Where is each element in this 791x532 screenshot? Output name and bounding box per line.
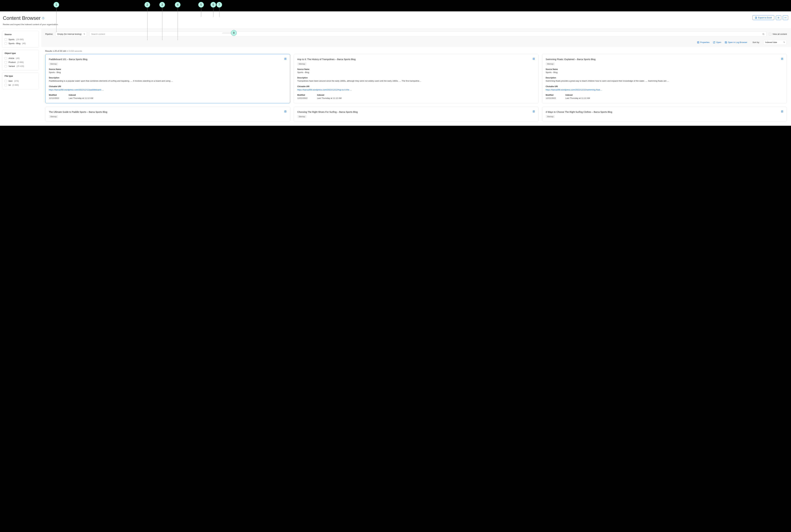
indexed-label: Indexed	[565, 94, 590, 96]
result-card[interactable]: 4 Ways to Choose The Right Surfing Cloth…	[542, 107, 787, 121]
result-card[interactable]: Swimming Floats: Explained – Barca Sport…	[542, 54, 787, 103]
card-title: Choosing The Right Shoes For Surfing – B…	[297, 110, 358, 114]
quickview-icon[interactable]	[781, 58, 783, 61]
results-grid: Paddleboard 101 – Barca Sports BlogSitem…	[41, 54, 791, 126]
result-card[interactable]: Paddleboard 101 – Barca Sports BlogSitem…	[45, 54, 290, 103]
modified-value: 12/12/2022	[49, 97, 59, 100]
result-card[interactable]: Hop to It: The History of Trampolines – …	[294, 54, 539, 103]
quickview-icon[interactable]	[533, 110, 535, 113]
facet-title: File type	[5, 75, 37, 77]
description-value: Paddleboarding is a popular water sport …	[49, 79, 286, 82]
facet-label: Product	[8, 61, 16, 63]
card-badge: Sitemap	[49, 62, 58, 65]
modified-value: 12/22/2022	[546, 97, 556, 100]
facet-label: Sports - Blog	[8, 42, 20, 44]
quickview-icon[interactable]	[284, 110, 286, 113]
facet-checkbox[interactable]	[5, 38, 7, 41]
result-card[interactable]: The Ultimate Guide to Paddle Sports – Ba…	[45, 107, 290, 121]
search-icon[interactable]	[762, 33, 765, 35]
facet-label: txt	[8, 84, 11, 86]
facet-checkbox[interactable]	[5, 57, 7, 59]
facet-item[interactable]: Sports(29 095)	[5, 37, 37, 41]
card-badge: Sitemap	[546, 62, 555, 65]
callout-2: 2	[145, 2, 150, 7]
indexed-value: Last Thursday at 11:12 AM	[69, 97, 93, 100]
external-link-icon	[713, 41, 715, 43]
svg-rect-6	[725, 41, 727, 43]
more-icon	[784, 17, 787, 19]
search-input[interactable]	[91, 33, 762, 35]
results-summary: Results 1-25 of 29 144 in 0.016 seconds	[41, 47, 791, 54]
facet-count: (49)	[22, 42, 26, 44]
facet-label: Variant	[8, 65, 15, 68]
facets-sidebar: SourceSports(29 095)Sports - Blog(49)Obj…	[0, 28, 41, 126]
header-actions: Export to Excel	[753, 15, 788, 20]
card-title: Hop to It: The History of Trampolines – …	[297, 58, 356, 61]
sort-select[interactable]: Indexed date ⇅	[763, 40, 787, 45]
description-label: Description	[297, 77, 535, 79]
modified-label: Modified	[297, 94, 307, 96]
facet-item[interactable]: txt(3 666)	[5, 83, 37, 87]
pipeline-select[interactable]: Empty (for internal testing) ⇅	[55, 32, 87, 37]
facet-item[interactable]: Product(3 666)	[5, 60, 37, 64]
settings-button[interactable]	[776, 15, 781, 20]
facet-count: (49)	[16, 57, 19, 59]
page-subtitle: Review and inspect the indexed content o…	[3, 23, 58, 26]
open-log-browser-action[interactable]: Open in Log Browser	[725, 41, 747, 43]
help-icon[interactable]: ?	[42, 17, 44, 19]
indexed-value: Last Thursday at 11:12 AM	[565, 97, 590, 100]
facet-checkbox[interactable]	[5, 65, 7, 68]
svg-point-1	[785, 18, 785, 18]
uri-link[interactable]: https://barca356.wordpress.com/2022/12/2…	[546, 89, 602, 91]
card-title: 4 Ways to Choose The Right Surfing Cloth…	[546, 110, 612, 114]
facet-label: Sports	[8, 38, 15, 41]
facet-item[interactable]: html(379)	[5, 79, 37, 83]
description-value: Trampolines have been around since the e…	[297, 79, 535, 82]
quickview-icon[interactable]	[781, 110, 783, 113]
facet-count: (379)	[14, 80, 19, 82]
indexed-value: Last Thursday at 11:12 AM	[317, 97, 342, 100]
description-label: Description	[49, 77, 286, 79]
open-action[interactable]: Open	[713, 41, 721, 43]
facet-title: Object type	[5, 52, 37, 54]
facet-item[interactable]: Variant(25 429)	[5, 64, 37, 68]
facet-item[interactable]: Article(49)	[5, 56, 37, 60]
content-toolbar: Pipeline: Empty (for internal testing) ⇅…	[41, 28, 791, 47]
facet-checkbox[interactable]	[5, 80, 7, 82]
view-all-label: View all content	[772, 33, 787, 35]
source-name-value: Sports - Blog	[297, 71, 535, 74]
modified-label: Modified	[49, 94, 59, 96]
facet-item[interactable]: Sports - Blog(49)	[5, 41, 37, 45]
facet-checkbox[interactable]	[5, 42, 7, 44]
properties-action[interactable]: Properties	[697, 41, 710, 43]
uri-link[interactable]: https://barca356.wordpress.com/2022/12/1…	[49, 89, 104, 91]
facet-count: (3 666)	[17, 61, 24, 63]
card-badge: Sitemap	[297, 115, 306, 118]
source-name-label: Source Name	[546, 68, 783, 70]
export-button[interactable]: Export to Excel	[753, 15, 774, 20]
callout-7: 7	[216, 2, 222, 7]
result-card[interactable]: Choosing The Right Shoes For Surfing – B…	[294, 107, 539, 121]
callout-6: 6	[210, 2, 216, 7]
view-all-toggle[interactable]: View all content	[769, 33, 787, 35]
description-label: Description	[546, 77, 783, 79]
callout-4: 4	[175, 2, 181, 7]
search-box[interactable]	[89, 32, 767, 37]
content-area: Pipeline: Empty (for internal testing) ⇅…	[41, 28, 791, 126]
facet-checkbox[interactable]	[5, 61, 7, 63]
callout-1: 1	[54, 2, 59, 7]
facet-label: Article	[8, 57, 14, 59]
facet-checkbox[interactable]	[5, 84, 7, 86]
svg-point-2	[785, 18, 786, 18]
quickview-icon[interactable]	[533, 58, 535, 61]
facet-title: Source	[5, 33, 37, 36]
uri-link[interactable]: https://barca356.wordpress.com/2022/12/2…	[297, 89, 352, 91]
pipeline-label: Pipeline:	[45, 33, 53, 35]
modified-value: 12/22/2022	[297, 97, 307, 100]
indexed-label: Indexed	[69, 94, 93, 96]
quickview-icon[interactable]	[284, 58, 286, 61]
view-all-checkbox[interactable]	[769, 33, 771, 35]
more-button[interactable]	[783, 15, 788, 20]
page-header: Content Browser ? Review and inspect the…	[0, 12, 791, 28]
card-badge: Sitemap	[297, 62, 306, 65]
